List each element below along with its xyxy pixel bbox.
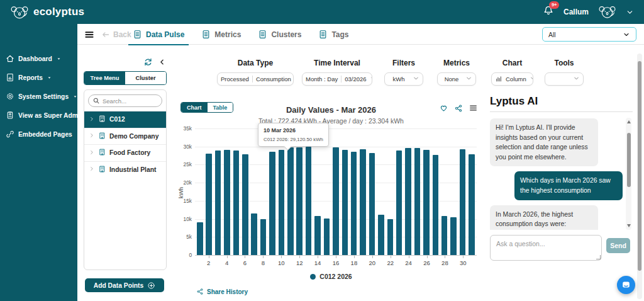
tab-clusters[interactable]: Clusters <box>258 24 301 45</box>
caret-down-icon <box>47 75 52 81</box>
document-icon <box>201 30 211 39</box>
x-axis-tick <box>336 256 336 258</box>
bar-day-17[interactable] <box>342 150 348 255</box>
favorite-heart-icon[interactable] <box>439 103 448 113</box>
notifications-button[interactable]: 9+ <box>543 5 554 19</box>
page-scrollbar-thumb[interactable] <box>638 61 641 271</box>
bar-day-29[interactable] <box>450 217 457 255</box>
bar-day-2[interactable] <box>206 154 212 255</box>
bar-day-21[interactable] <box>378 215 384 255</box>
bar-day-30[interactable] <box>460 149 466 255</box>
toggle-cluster[interactable]: Cluster <box>125 72 166 84</box>
sidebar-item-view-as-super-admin[interactable]: View as Super Admin <box>0 106 77 125</box>
data-type-select[interactable]: ProcessedConsumption <box>217 72 294 86</box>
koala-logo-icon <box>10 4 29 21</box>
sidebar-item-system-settings[interactable]: System Settings <box>0 87 77 106</box>
scroll-up-arrow-icon[interactable] <box>627 120 631 123</box>
bar-day-22[interactable] <box>387 219 394 255</box>
chart-select[interactable]: Column <box>491 72 533 86</box>
y-axis-tick-label: 15k <box>180 198 192 204</box>
x-axis-tick-label: 12 <box>296 259 303 266</box>
sidebar-item-reports[interactable]: Reports <box>0 68 77 87</box>
filters-select[interactable]: kWh <box>384 72 423 86</box>
chat-scrollbar[interactable] <box>626 118 631 230</box>
y-axis-tick-label: 20k <box>180 179 192 186</box>
bar-day-7[interactable] <box>251 213 257 255</box>
bar-day-26[interactable] <box>423 150 430 255</box>
bar-day-12[interactable] <box>296 147 303 255</box>
bar-day-25[interactable] <box>414 148 421 255</box>
bar-day-11[interactable] <box>287 147 294 255</box>
bar-day-20[interactable] <box>369 153 375 255</box>
x-axis-tick <box>427 256 428 258</box>
bar-day-28[interactable] <box>441 216 448 255</box>
chart-subtitle: Total : 722.424 kWh - Average / day : 23… <box>179 117 483 125</box>
tree-list: C012Demo CompanyFood FactoryIndustrial P… <box>84 89 167 270</box>
scope-dropdown[interactable]: All <box>542 27 636 42</box>
building-icon <box>98 165 106 173</box>
secondary-navbar: Back Data PulseMetricsClustersTags All <box>77 24 644 45</box>
bar-day-19[interactable] <box>360 149 366 255</box>
refresh-icon[interactable] <box>143 57 153 67</box>
sidebar-item-label: Embedded Pages <box>18 131 72 138</box>
ask-question-input[interactable] <box>490 235 602 261</box>
bar-day-15[interactable] <box>324 219 330 255</box>
chat-scrollbar-thumb[interactable] <box>627 133 631 187</box>
control-group-time-interval: Time IntervalMonth : Day03/2026 <box>302 59 372 86</box>
send-button[interactable]: Send <box>606 238 630 253</box>
page-scrollbar[interactable] <box>637 54 642 299</box>
notification-badge: 9+ <box>549 1 559 9</box>
bar-day-13[interactable] <box>306 147 312 255</box>
bar-day-8[interactable] <box>260 219 267 255</box>
bar-day-3[interactable] <box>215 150 221 255</box>
tree-item-c012[interactable]: C012 <box>84 111 166 128</box>
bar-day-4[interactable] <box>224 150 230 255</box>
add-data-points-button[interactable]: Add Data Points <box>85 278 164 292</box>
bar-day-18[interactable] <box>351 152 357 255</box>
chart-menu-hamburger-icon[interactable] <box>469 103 478 113</box>
back-button[interactable]: Back <box>101 24 131 45</box>
tools-select[interactable] <box>545 72 584 86</box>
menu-hamburger-icon[interactable] <box>84 29 95 40</box>
tree-item-demo-company[interactable]: Demo Company <box>84 128 166 145</box>
bar-day-27[interactable] <box>433 155 439 255</box>
share-history-link[interactable]: Share History <box>196 288 248 295</box>
tree-item-industrial-plant[interactable]: Industrial Plant <box>84 161 166 178</box>
user-avatar[interactable] <box>598 4 616 20</box>
search-input[interactable] <box>103 98 154 105</box>
sidebar: DashboardReportsSystem SettingsView as S… <box>0 24 77 301</box>
textarea-resize-handle[interactable] <box>596 255 601 259</box>
bar-day-1[interactable] <box>197 222 203 255</box>
bar-day-16[interactable] <box>333 147 339 255</box>
chevron-down-icon <box>413 75 419 82</box>
bar-day-5[interactable] <box>233 150 240 255</box>
bar-day-31[interactable] <box>469 154 475 255</box>
search-icon <box>92 97 100 105</box>
bar-day-23[interactable] <box>396 150 402 255</box>
scroll-down-arrow-icon[interactable] <box>627 224 631 227</box>
support-chat-button[interactable] <box>617 276 635 294</box>
bar-day-14[interactable] <box>314 216 321 255</box>
user-menu-chevron-down-icon[interactable] <box>626 8 634 16</box>
sidebar-item-label: Dashboard <box>18 55 52 62</box>
sidebar-item-embedded-pages[interactable]: Embedded Pages <box>0 125 77 144</box>
bar-day-9[interactable] <box>269 152 275 255</box>
bar-day-10[interactable] <box>279 150 285 255</box>
share-icon[interactable] <box>454 104 463 113</box>
lyptus-ai-panel: Lyptus AI Hi! I'm Lyptus AI. I'll provid… <box>490 91 633 301</box>
tab-tags[interactable]: Tags <box>318 24 348 45</box>
metrics-select[interactable]: None <box>437 72 476 86</box>
sidebar-item-dashboard[interactable]: Dashboard <box>0 49 77 68</box>
collapse-panel-chevron-left-icon[interactable] <box>158 58 166 66</box>
bar-day-6[interactable] <box>242 154 248 256</box>
bar-day-24[interactable] <box>405 148 411 255</box>
tab-metrics[interactable]: Metrics <box>201 24 241 45</box>
brand-home-link[interactable]: ecolyptus <box>10 4 84 21</box>
toggle-tree-menu[interactable]: Tree Menu <box>84 72 125 84</box>
time-interval-select[interactable]: Month : Day03/2026 <box>302 72 372 86</box>
tree-item-food-factory[interactable]: Food Factory <box>84 144 166 161</box>
view-toggle-chart[interactable]: Chart <box>181 103 208 112</box>
chart-legend[interactable]: C012 2026 <box>179 273 483 280</box>
plus-circle-icon <box>147 281 155 290</box>
tab-data-pulse[interactable]: Data Pulse <box>133 24 184 45</box>
